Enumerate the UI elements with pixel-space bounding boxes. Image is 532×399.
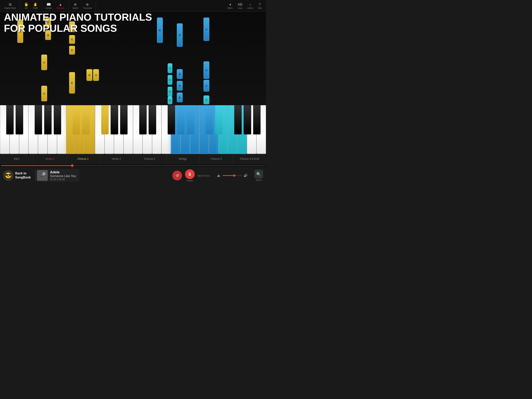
black-key[interactable] [16, 105, 23, 135]
reset-button[interactable]: ↺ [172, 171, 182, 180]
help-control[interactable]: ? Help [258, 3, 262, 9]
note-E2-yellow: E [69, 21, 75, 32]
note-A4-blue: A [203, 96, 209, 104]
display-mode-control[interactable]: ⊞ Display Mode [4, 2, 16, 9]
back-to-songbook-button[interactable]: 😎 Back toSongBook [3, 170, 31, 181]
loop-control[interactable]: AB Loop [238, 3, 242, 9]
black-key[interactable] [101, 105, 109, 135]
help-label: Help [258, 7, 262, 9]
letters-icon: ♪ [249, 3, 251, 7]
back30-button[interactable]: Back 30 Sec. [198, 174, 210, 177]
note-C#3-blue: C# [168, 87, 172, 97]
black-key[interactable] [54, 105, 61, 135]
black-key[interactable] [177, 105, 185, 135]
note-E3-yellow: E [69, 35, 75, 44]
freestyle-icon: ▲ [59, 3, 62, 7]
black-key[interactable] [215, 105, 222, 135]
note-C#4-blue: C# [168, 97, 172, 104]
black-key[interactable] [149, 105, 156, 135]
black-key[interactable] [253, 105, 260, 135]
pause-button[interactable]: ⏸ Pause [185, 169, 195, 182]
transpose-label: Transpose [83, 7, 92, 9]
note-E-yellow: E [17, 19, 23, 43]
section-verse1[interactable]: Verse 1 [33, 154, 67, 163]
note-A3-blue: A [203, 80, 209, 91]
left-hand-control[interactable]: 🖐 Left [24, 2, 28, 9]
black-key[interactable] [73, 105, 80, 135]
album-art: 🎤 [37, 170, 48, 181]
black-key[interactable] [234, 105, 242, 135]
left-hand-icon: 🖐 [24, 2, 28, 7]
section-chorus4end[interactable]: Chorus 4 & End [233, 154, 266, 163]
metro-control[interactable]: ♦ Metro. [228, 3, 233, 9]
zoom-icon: 🔍 [254, 170, 263, 179]
volume-thumb[interactable] [233, 174, 235, 177]
letters-control[interactable]: ♪ Letters [247, 3, 253, 9]
note-B2-yellow: B [45, 30, 51, 40]
progress-fill [1, 165, 72, 166]
right-hand-control[interactable]: 🤚 Right [33, 2, 38, 9]
piano-container [0, 105, 266, 154]
note-A2-blue: A [203, 61, 209, 79]
black-key[interactable] [244, 105, 251, 135]
black-key[interactable] [168, 105, 175, 135]
display-mode-label: Display Mode [4, 7, 16, 9]
metro-icon: ♦ [229, 3, 231, 7]
right-hand-icon: 🤚 [33, 2, 37, 7]
lesson-control[interactable]: 📖 Lesson [45, 2, 52, 9]
avatar: 😎 [3, 170, 14, 181]
black-key[interactable] [82, 105, 89, 135]
black-key[interactable] [6, 105, 14, 135]
transpose-control[interactable]: ⊕ Transpose [83, 2, 92, 9]
song-info: 🎤 Adele Someone Like You 01:24 | 04:49 [35, 169, 79, 182]
black-key[interactable] [111, 105, 118, 135]
freestyle-control[interactable]: ▲ Freestyle [57, 3, 64, 9]
song-time: 01:24 | 04:49 [50, 178, 76, 181]
avatar-emoji: 😎 [5, 172, 12, 179]
black-key[interactable] [139, 105, 147, 135]
section-bridge[interactable]: Bridge [166, 154, 200, 163]
note-C#2-blue: C# [168, 75, 172, 85]
piano-keyboard[interactable] [0, 105, 266, 154]
letters-label: Letters [247, 7, 253, 9]
zoom-button[interactable]: 🔍 Zoom [254, 170, 263, 181]
section-chorus3[interactable]: Chorus 3 [200, 154, 233, 163]
section-verse2[interactable]: Verse 2 [100, 154, 133, 163]
song-details: Adele Someone Like You 01:24 | 04:49 [50, 170, 76, 181]
zoom-label: Zoom [256, 179, 261, 181]
separator [68, 2, 69, 10]
black-key[interactable] [120, 105, 127, 135]
note-E5-yellow: E [69, 72, 75, 94]
speed-label: Speed [72, 7, 78, 9]
progress-bar-container[interactable] [0, 164, 266, 167]
volume-low-icon: 🔈 [217, 174, 221, 177]
section-intro[interactable]: Intro [0, 154, 33, 163]
display-mode-icon: ⊞ [9, 2, 12, 7]
volume-slider[interactable] [222, 175, 242, 176]
pause-icon: ⏸ [185, 169, 195, 179]
section-chorus2[interactable]: Chorus 2 [133, 154, 166, 163]
loop-icon: AB [238, 3, 242, 7]
note-C#-blue: C# [168, 63, 172, 73]
separator [41, 2, 42, 10]
progress-track[interactable] [1, 165, 265, 166]
black-key[interactable] [206, 105, 213, 135]
volume-control[interactable]: 🔈 🔊 [217, 174, 247, 177]
black-key[interactable] [187, 105, 194, 135]
black-key[interactable] [44, 105, 52, 135]
help-icon: ? [259, 3, 261, 7]
progress-thumb[interactable] [71, 164, 74, 167]
separator [20, 2, 20, 10]
album-art-emoji: 🎤 [39, 172, 46, 179]
note-E4-blue: E [177, 93, 183, 102]
toolbar: ⊞ Display Mode 🖐 Left 🤚 Right 📖 Lesson ▲… [0, 0, 266, 12]
back30-label: Back 30 Sec. [198, 174, 210, 177]
bottom-controls: 😎 Back toSongBook 🎤 Adele Someone Like Y… [0, 167, 266, 183]
artist-name: Adele [50, 170, 76, 174]
note-A3-yellow: A [93, 69, 99, 81]
section-chorus1[interactable]: Chorus 1 [67, 154, 100, 163]
black-key[interactable] [35, 105, 42, 135]
back-text: Back toSongBook [15, 171, 31, 180]
speed-control[interactable]: ⊕ Speed [72, 2, 78, 9]
separator [96, 2, 96, 10]
